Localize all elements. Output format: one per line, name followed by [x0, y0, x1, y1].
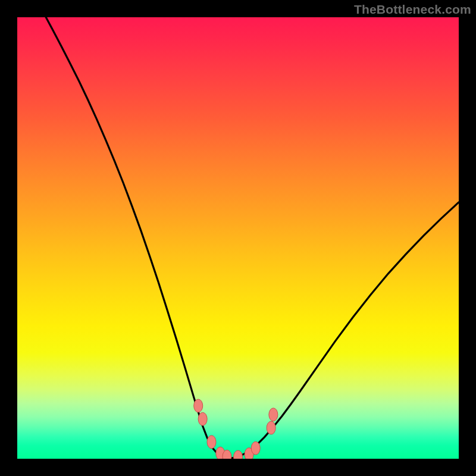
curve-marker	[267, 421, 275, 434]
curve-markers	[194, 399, 278, 459]
watermark-text: TheBottleneck.com	[354, 2, 471, 17]
chart-svg	[17, 17, 459, 459]
curve-marker	[251, 441, 260, 455]
plot-area	[17, 17, 459, 459]
curve-marker	[207, 436, 216, 449]
curve-marker	[194, 399, 203, 412]
chart-frame: TheBottleneck.com	[0, 0, 476, 476]
bottleneck-curve	[46, 17, 459, 459]
curve-marker	[198, 412, 207, 425]
curve-marker	[234, 450, 243, 459]
curve-marker	[269, 408, 278, 421]
